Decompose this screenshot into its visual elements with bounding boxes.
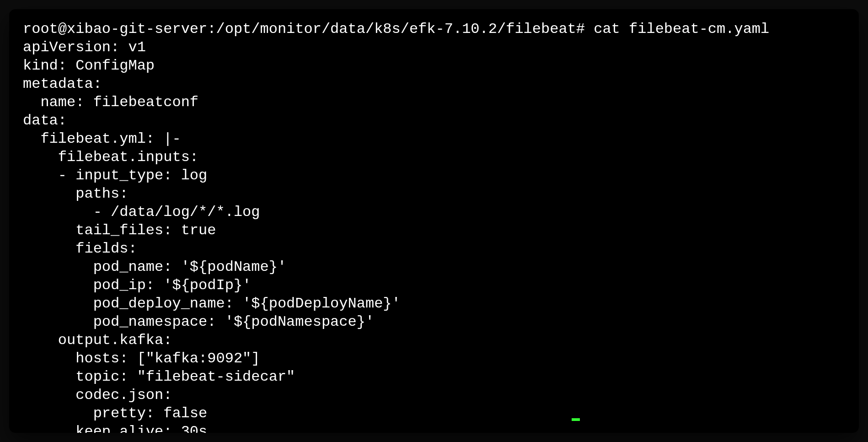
terminal-line: hosts: ["kafka:9092"] [23,350,260,367]
terminal-line: kind: ConfigMap [23,57,155,74]
terminal-line: pod_namespace: '${podNamespace}' [23,313,374,330]
terminal-line: pod_name: '${podName}' [23,259,286,275]
terminal-cursor [572,418,580,421]
terminal-line: pretty: false [23,405,207,422]
terminal-line: - input_type: log [23,167,207,184]
terminal-line: metadata: [23,75,102,92]
terminal-line: name: filebeatconf [23,94,198,111]
terminal-line: pod_ip: '${podIp}' [23,277,251,294]
terminal-line: apiVersion: v1 [23,39,146,56]
terminal-line: fields: [23,240,137,257]
terminal-line: paths: [23,185,128,202]
terminal-line: codec.json: [23,387,172,404]
terminal-line: output.kafka: [23,332,172,349]
terminal-line: keep_alive: 30s [23,423,207,433]
terminal-line: data: [23,112,67,129]
terminal-line: filebeat.inputs: [23,149,198,166]
terminal-line: pod_deploy_name: '${podDeployName}' [23,295,401,312]
terminal-line: topic: "filebeat-sidecar" [23,368,295,385]
terminal-line: - /data/log/*/*.log [23,204,260,221]
terminal-output: root@xibao-git-server:/opt/monitor/data/… [23,20,845,433]
terminal-line: filebeat.yml: |- [23,130,181,147]
terminal-window[interactable]: root@xibao-git-server:/opt/monitor/data/… [9,9,859,433]
terminal-prompt-line: root@xibao-git-server:/opt/monitor/data/… [23,21,769,38]
terminal-line: tail_files: true [23,222,216,239]
